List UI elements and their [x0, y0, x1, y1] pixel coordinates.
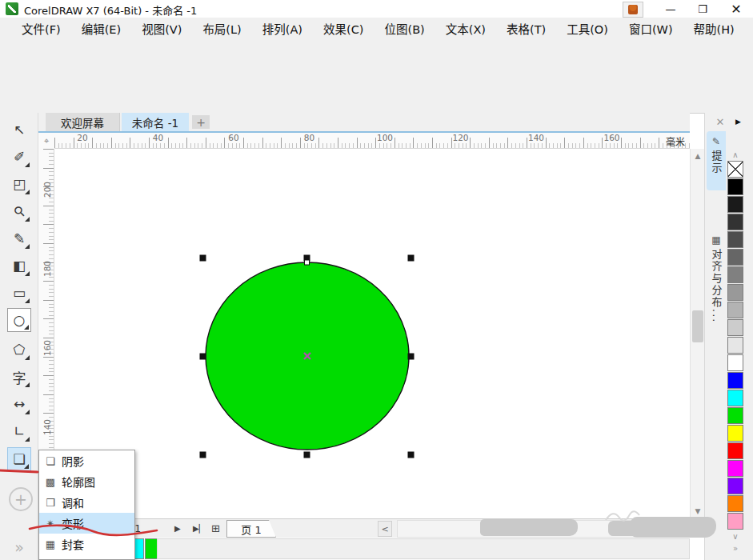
freehand-tool[interactable]: ✎: [7, 226, 31, 250]
palette-swatch[interactable]: [727, 495, 743, 512]
text-tool[interactable]: 字: [7, 365, 31, 389]
palette-swatch[interactable]: [727, 425, 743, 442]
palette-swatch[interactable]: [727, 337, 743, 354]
toolbox-expand-button[interactable]: »: [7, 535, 31, 559]
connector-tool[interactable]: ∟: [7, 419, 31, 443]
connector-tool-icon: ∟: [14, 423, 25, 439]
menu-item-6[interactable]: 位图(B): [374, 18, 435, 42]
ellipse-tool-icon: ○: [14, 312, 26, 328]
canvas-svg: [54, 149, 690, 518]
h-ruler-tick-label: 80: [304, 133, 314, 142]
menu-item-8[interactable]: 表格(T): [496, 18, 556, 42]
color-palette: ∧ ∨ »: [727, 149, 745, 554]
next-page-button[interactable]: ▶: [174, 519, 181, 538]
flyout-item-1[interactable]: ▩轮廓图: [39, 471, 134, 492]
account-button[interactable]: [623, 2, 643, 18]
palette-swatch[interactable]: [727, 302, 743, 318]
minimize-button[interactable]: —: [658, 0, 683, 18]
flyout-item-4[interactable]: ▦封套: [39, 534, 134, 554]
docker-tab-tips[interactable]: ✎ 提示: [707, 131, 726, 190]
dimension-tool[interactable]: ↔: [7, 392, 31, 416]
document-palette-row: [38, 538, 690, 560]
horizontal-ruler[interactable]: 毫米 20406080100120140160: [54, 133, 690, 149]
smart-fill-tool[interactable]: ◧: [7, 254, 31, 278]
palette-swatch[interactable]: [727, 407, 743, 424]
palette-swatch[interactable]: [727, 178, 743, 195]
drop-shadow-tool-icon: ❏: [13, 451, 25, 467]
palette-swatch[interactable]: [727, 442, 743, 459]
pick-tool[interactable]: ↖: [7, 118, 31, 142]
zoom-tool[interactable]: ⚲: [7, 199, 31, 223]
palette-scroll-down-button[interactable]: ∨: [727, 530, 744, 542]
flyout-item-2[interactable]: ❒调和: [39, 492, 134, 513]
docker-tab-align-distribute[interactable]: ▦ 对齐与分布...: [707, 230, 726, 378]
palette-scroll-up-button[interactable]: ∧: [727, 149, 744, 161]
zoom-tool-icon: ⚲: [10, 202, 29, 221]
menu-item-7[interactable]: 文本(X): [435, 18, 496, 42]
palette-swatch[interactable]: [727, 354, 743, 371]
ellipse-tool[interactable]: ○: [7, 308, 31, 332]
document-tab-bar: 欢迎屏幕 未命名 -1 +: [38, 113, 690, 133]
ruler-origin-button[interactable]: ⌖: [38, 133, 54, 149]
v-ruler-tick-label: 160: [42, 340, 52, 356]
menu-item-2[interactable]: 视图(V): [131, 18, 192, 42]
palette-swatch[interactable]: [727, 214, 743, 230]
menu-item-9[interactable]: 工具(O): [556, 18, 619, 42]
title-bar: CorelDRAW X7 (64-Bit) - 未命名 -1 — ❒ ✕: [0, 0, 753, 18]
flyout-item-0[interactable]: ❏阴影: [39, 450, 134, 471]
palette-expand-button[interactable]: »: [727, 542, 744, 554]
crop-tool[interactable]: ◰: [7, 172, 31, 196]
flyout-item-icon: ❏: [39, 455, 62, 467]
palette-swatch[interactable]: [727, 249, 743, 266]
menu-item-11[interactable]: 帮助(H): [683, 18, 745, 42]
palette-swatch[interactable]: [727, 231, 743, 248]
docker-close-button[interactable]: ✕: [713, 114, 727, 129]
palette-swatch[interactable]: [727, 319, 743, 336]
tab-welcome-screen[interactable]: 欢迎屏幕: [46, 113, 120, 131]
close-button[interactable]: ✕: [723, 0, 749, 18]
maximize-button[interactable]: ❒: [690, 0, 715, 18]
menu-item-5[interactable]: 效果(C): [313, 18, 374, 42]
polygon-tool[interactable]: ⬠: [7, 338, 31, 362]
v-ruler-tick-label: 200: [42, 182, 52, 198]
menu-item-4[interactable]: 排列(A): [252, 18, 313, 42]
palette-swatch[interactable]: [727, 460, 743, 477]
flyout-item-label: 封套: [62, 536, 84, 552]
palette-swatch[interactable]: [727, 266, 743, 283]
scroll-up-button[interactable]: ▲: [691, 149, 705, 163]
shape-tool-icon: ✐: [14, 149, 25, 165]
h-ruler-tick-label: 100: [377, 133, 393, 142]
menu-item-3[interactable]: 布局(L): [192, 18, 251, 42]
app-logo-icon: [6, 2, 18, 15]
palette-swatch[interactable]: [727, 284, 743, 301]
menu-item-0[interactable]: 文件(F): [11, 18, 71, 42]
palette-swatch[interactable]: [727, 513, 743, 530]
shape-tool[interactable]: ✐: [7, 145, 31, 169]
vertical-scroll-thumb[interactable]: [692, 310, 703, 342]
tab-untitled-1[interactable]: 未命名 -1: [122, 113, 189, 131]
palette-swatch[interactable]: [727, 372, 743, 389]
flyout-item-label: 调和: [62, 494, 84, 510]
palette-swatch[interactable]: [727, 390, 743, 406]
rectangle-tool[interactable]: ▭: [7, 281, 31, 305]
add-page-button[interactable]: ⊞: [211, 519, 220, 538]
drop-shadow-tool[interactable]: ❏: [7, 447, 31, 471]
flyout-item-5[interactable]: ❐立体化: [39, 554, 134, 560]
add-tools-button[interactable]: +: [9, 487, 33, 511]
scroll-left-button[interactable]: <: [378, 521, 392, 537]
palette-swatch[interactable]: [727, 478, 743, 494]
new-document-tab-button[interactable]: +: [192, 115, 210, 129]
last-page-button[interactable]: ▶▏: [193, 519, 205, 538]
flyout-item-3[interactable]: ✴变形: [39, 513, 134, 534]
palette-swatch[interactable]: [727, 196, 743, 213]
freehand-tool-icon: ✎: [14, 230, 25, 246]
palette-swatch-none[interactable]: [727, 161, 743, 178]
drawing-canvas[interactable]: [54, 149, 690, 518]
h-ruler-tick-label: 40: [153, 133, 163, 142]
docker-flyout-button[interactable]: ▶: [735, 118, 741, 126]
flyout-item-icon: ✴: [39, 518, 62, 530]
vertical-scrollbar[interactable]: ▲ ▼: [690, 149, 704, 518]
page-tab-1[interactable]: 页 1: [226, 520, 276, 538]
menu-item-10[interactable]: 窗口(W): [619, 18, 683, 42]
menu-item-1[interactable]: 编辑(E): [71, 18, 131, 42]
